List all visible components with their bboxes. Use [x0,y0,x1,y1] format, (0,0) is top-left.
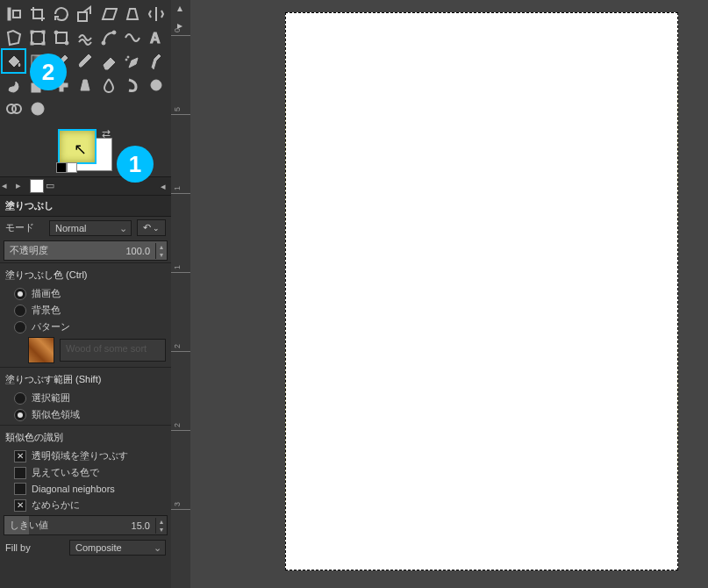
checkbox-icon [14,483,26,495]
svg-rect-0 [8,8,11,20]
fill-fg-label: 描画色 [32,287,61,300]
fill-similar-label: 類似色領域 [32,408,80,421]
tool-scale[interactable] [73,2,97,25]
opacity-label: 不透明度 [4,241,120,260]
svg-point-12 [112,31,116,34]
tool-handle-transform[interactable] [49,25,73,49]
default-colors-icon[interactable] [56,162,77,173]
threshold-slider[interactable]: しきい値 15.0 ▴▾ [4,515,168,535]
tool-path[interactable] [97,25,120,49]
tool-measure[interactable] [25,97,49,120]
svg-rect-1 [13,11,20,18]
tab-nav-left-icon[interactable]: ◂ [2,180,14,192]
svg-point-9 [54,31,58,34]
tool-eraser[interactable] [97,49,120,73]
tool-options-title: 塗りつぶし [0,196,171,217]
tool-rotate[interactable] [49,2,73,25]
fg-color[interactable] [58,129,97,164]
tool-perspective-clone[interactable] [73,73,97,97]
radio-icon [14,392,26,405]
svg-rect-7 [42,42,45,45]
swap-colors-icon[interactable]: ⇄ [102,127,111,140]
antialias-check[interactable]: ✕なめらかに [0,497,171,513]
fill-similar-radio[interactable]: 類似色領域 [0,406,171,423]
tool-bucket-fill[interactable] [2,49,25,73]
tab-menu-icon[interactable]: ◂ [157,181,169,192]
tool-perspective[interactable] [120,2,144,25]
ruler-nav-up-icon[interactable]: ▴ [174,2,186,12]
svg-point-15 [127,56,129,58]
sample-merged-check[interactable]: 見えている色で [0,464,171,481]
svg-point-11 [102,41,105,45]
opacity-slider[interactable]: 不透明度 100.0 ▴▾ [4,240,168,261]
ruler-tick-label: 3 [173,502,182,506]
ruler-tick-label: 2 [173,344,182,348]
fill-pattern-radio[interactable]: パターン [0,319,171,335]
chevron-down-icon: ⌄ [154,542,161,554]
canvas[interactable] [285,12,678,570]
tool-operations[interactable] [2,97,25,120]
fillby-value: Composite [75,542,122,553]
tool-mypaint[interactable] [2,73,25,97]
similar-detect-group-label: 類似色の識別 [0,427,171,448]
threshold-spinner[interactable]: ▴▾ [155,518,167,534]
fill-pattern-label: パターン [32,320,70,333]
ruler-tick-label: 1 [173,186,182,190]
radio-icon [14,321,26,333]
tool-crop[interactable] [25,2,49,25]
tool-n-point[interactable] [120,25,144,49]
chevron-down-icon: ⌄ [119,223,127,234]
svg-text:A: A [150,31,161,46]
fillby-select[interactable]: Composite ⌄ [69,540,166,556]
tool-unified-transform[interactable] [25,25,49,49]
pattern-swatch[interactable] [28,337,54,363]
tool-cage[interactable] [2,25,25,49]
tool-blur[interactable] [97,73,120,97]
checkbox-icon: ✕ [14,499,26,512]
tool-warp[interactable] [73,25,97,49]
tool-ink[interactable] [144,49,168,73]
diagonal-neighbors-check[interactable]: Diagonal neighbors [0,481,171,497]
ruler-tick-label: 5 [173,107,182,111]
fill-transparent-label: 透明領域を塗りつぶす [32,449,128,463]
svg-point-10 [65,41,68,45]
svg-rect-6 [31,42,33,45]
opacity-value: 100.0 [120,243,155,259]
mode-select[interactable]: Normal ⌄ [49,220,132,236]
radio-icon [14,305,26,317]
fill-transparent-check[interactable]: ✕透明領域を塗りつぶす [0,448,171,464]
tool-options-panel: モード Normal ⌄ ↶⌄ 不透明度 100.0 ▴▾ 塗りつぶし色 (Ct… [0,217,171,558]
opacity-spinner[interactable]: ▴▾ [155,243,167,259]
annotation-badge-2: 2 [30,54,67,90]
tool-dodge[interactable] [144,73,168,97]
tool-flip[interactable] [144,2,168,25]
mode-label: モード [5,221,34,234]
tool-align[interactable] [2,2,25,25]
checkbox-icon: ✕ [14,450,26,463]
fill-fg-radio[interactable]: 描画色 [0,285,171,302]
pattern-name: Wood of some sort [60,339,166,362]
tool-smudge[interactable] [120,73,144,97]
svg-rect-5 [42,31,45,33]
color-swatch[interactable]: ⇄ ↖ [54,125,116,175]
tool-paintbrush[interactable] [73,49,97,73]
tab-device-icon[interactable]: ▭ [46,180,58,192]
fill-selection-radio[interactable]: 選択範囲 [0,390,171,406]
svg-rect-4 [31,31,33,33]
tab-nav-right-icon[interactable]: ▸ [16,180,28,192]
antialias-label: なめらかに [32,498,80,512]
canvas-viewport[interactable] [190,0,708,588]
app-root: A [0,0,708,588]
tool-airbrush[interactable] [120,49,144,73]
threshold-label: しきい値 [4,516,126,534]
svg-point-24 [32,103,44,115]
tool-options-tab[interactable] [30,179,44,193]
tool-shear[interactable] [97,2,120,25]
fill-bg-label: 背景色 [32,304,61,317]
vertical-ruler[interactable]: ▴ ▸ 0 5 1 1 2 2 3 [171,0,191,588]
fill-selection-label: 選択範囲 [32,391,70,405]
checkbox-icon [14,467,26,479]
tool-text[interactable]: A [144,25,168,49]
fill-bg-radio[interactable]: 背景色 [0,302,171,319]
mode-reset-button[interactable]: ↶⌄ [137,219,166,236]
